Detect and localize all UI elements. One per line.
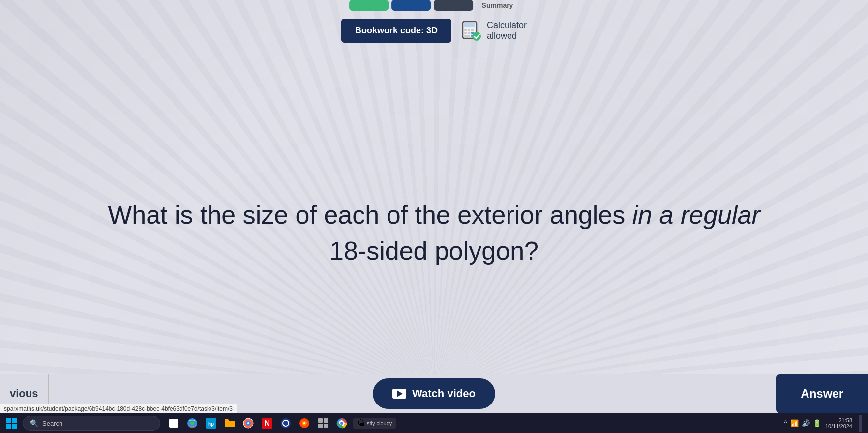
taskbar-apps: hp N: [165, 415, 350, 432]
svg-rect-8: [464, 35, 470, 37]
bookwork-code-button[interactable]: Bookwork code: 3D: [341, 19, 451, 43]
weather-icon: 🌤: [357, 419, 365, 428]
previous-label-text: vious: [10, 387, 38, 400]
clock-date: 10/11/2024: [825, 423, 852, 429]
nav-btn-3[interactable]: [434, 0, 473, 11]
svg-rect-6: [468, 32, 470, 34]
svg-rect-2: [464, 29, 467, 31]
tray-icons: ^ 📶 🔊 🔋: [784, 419, 821, 427]
svg-rect-5: [464, 32, 467, 34]
battery-icon[interactable]: 🔋: [813, 419, 821, 427]
svg-rect-13: [6, 424, 11, 429]
taskbar-app-circle2[interactable]: [296, 415, 313, 432]
calculator-text: Calculator allowed: [487, 20, 527, 41]
taskbar: 🔍 Search hp: [0, 413, 868, 433]
weather-badge[interactable]: 🌤 stly cloudy: [353, 418, 396, 429]
weather-text: stly cloudy: [367, 420, 392, 426]
svg-rect-3: [468, 29, 470, 31]
watch-video-label: Watch video: [412, 387, 476, 400]
svg-point-25: [283, 420, 289, 426]
svg-text:N: N: [264, 419, 270, 428]
clock-time: 21:58: [838, 417, 852, 423]
svg-point-35: [340, 422, 343, 425]
taskbar-app-chrome[interactable]: [333, 415, 350, 432]
search-icon: 🔍: [30, 419, 38, 427]
taskbar-app-n[interactable]: N: [259, 415, 275, 432]
svg-rect-1: [464, 23, 475, 27]
taskbar-search[interactable]: 🔍 Search: [23, 416, 160, 431]
taskbar-app-circle1[interactable]: [277, 415, 294, 432]
taskbar-app-browser[interactable]: [240, 415, 257, 432]
system-tray: ^ 📶 🔊 🔋 21:58 10/11/2024: [784, 415, 864, 432]
url-text: sparxmaths.uk/student/package/6b9414bc-1…: [4, 405, 233, 412]
taskbar-app-colorful[interactable]: [184, 415, 201, 432]
question-area: What is the size of each of the exterior…: [59, 53, 809, 413]
svg-rect-32: [324, 424, 328, 428]
nav-btn-summary[interactable]: Summary: [476, 0, 519, 11]
svg-rect-15: [169, 419, 178, 428]
url-bar: sparxmaths.uk/student/package/6b9414bc-1…: [0, 404, 237, 413]
taskbar-app-grid[interactable]: [315, 415, 331, 432]
top-bar: Bookwork code: 3D: [0, 14, 868, 53]
taskbar-app-hp[interactable]: hp: [203, 415, 219, 432]
windows-logo[interactable]: [4, 415, 20, 431]
chevron-up-icon[interactable]: ^: [784, 419, 787, 427]
svg-rect-4: [471, 29, 474, 31]
svg-rect-31: [318, 424, 323, 428]
svg-point-28: [303, 422, 305, 424]
volume-icon[interactable]: 🔊: [802, 419, 810, 427]
svg-text:hp: hp: [208, 421, 214, 427]
calculator-line1: Calculator: [487, 20, 527, 31]
svg-rect-29: [318, 418, 323, 423]
search-placeholder: Search: [42, 420, 62, 427]
main-content: Summary Bookwork code: 3D: [0, 0, 868, 413]
svg-rect-36: [859, 415, 862, 432]
calculator-allowed-badge: Calculator allowed: [461, 20, 527, 41]
svg-rect-30: [324, 418, 328, 423]
svg-point-21: [247, 422, 249, 424]
svg-rect-11: [6, 418, 11, 423]
nav-btn-1[interactable]: [349, 0, 389, 11]
taskbar-app-folder[interactable]: [221, 415, 238, 432]
taskbar-file-explorer[interactable]: [165, 415, 182, 432]
svg-point-10: [472, 32, 481, 41]
calculator-icon: [461, 21, 482, 41]
clock[interactable]: 21:58 10/11/2024: [825, 417, 852, 429]
show-desktop-button[interactable]: [856, 415, 864, 432]
video-icon: [392, 389, 406, 399]
watch-video-button[interactable]: Watch video: [373, 378, 495, 409]
calculator-line2: allowed: [487, 31, 527, 42]
wifi-icon[interactable]: 📶: [790, 419, 799, 427]
svg-rect-14: [12, 424, 17, 429]
nav-btn-2[interactable]: [391, 0, 431, 11]
top-nav-buttons: Summary: [349, 0, 519, 11]
answer-button[interactable]: Answer: [776, 374, 868, 413]
svg-rect-12: [12, 418, 17, 423]
question-text: What is the size of each of the exterior…: [108, 197, 760, 269]
